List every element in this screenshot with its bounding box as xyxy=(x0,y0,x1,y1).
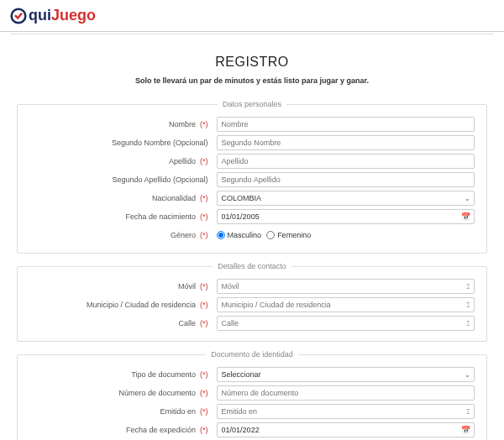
movil-label: Móvil xyxy=(178,282,196,291)
required-mark: (*) xyxy=(200,370,208,379)
required-mark: (*) xyxy=(200,231,208,239)
required-mark: (*) xyxy=(200,282,208,291)
required-mark: (*) xyxy=(200,194,208,202)
logo[interactable]: qui Juego xyxy=(10,7,96,24)
required-mark: (*) xyxy=(200,426,208,434)
required-mark: (*) xyxy=(200,301,208,309)
calle-label: Calle xyxy=(179,319,197,327)
legend-contacto: Detalles de contacto xyxy=(213,262,291,270)
calle-input[interactable] xyxy=(217,316,475,331)
numero-doc-input[interactable] xyxy=(217,385,475,401)
genero-femenino-label: Femenino xyxy=(277,231,311,239)
nacionalidad-label: Nacionalidad xyxy=(152,194,196,202)
legend-documento: Documento de identidad xyxy=(206,350,298,359)
required-mark: (*) xyxy=(200,157,208,165)
required-mark: (*) xyxy=(200,319,208,327)
legend-personal: Datos personales xyxy=(218,100,286,108)
segundo-nombre-input[interactable] xyxy=(217,135,475,150)
movil-input[interactable] xyxy=(217,279,475,294)
emitido-input[interactable] xyxy=(217,404,475,419)
logo-text-juego: Juego xyxy=(51,7,96,24)
fieldset-contacto: Detalles de contacto Móvil (*) 𝙸 Municip… xyxy=(17,262,487,342)
tipo-doc-select[interactable]: Seleccionar xyxy=(217,367,475,382)
genero-masculino-radio[interactable] xyxy=(217,231,225,239)
nombre-input[interactable] xyxy=(217,117,475,132)
divider xyxy=(0,31,504,32)
fecha-nac-label: Fecha de nacimiento xyxy=(126,212,197,221)
segundo-nombre-label: Segundo Nombre (Opcional) xyxy=(112,139,208,147)
nombre-label: Nombre xyxy=(169,120,196,128)
page-subtitle: Solo te llevará un par de minutos y está… xyxy=(17,76,487,85)
numero-doc-label: Número de documento xyxy=(119,389,197,397)
page-title: REGISTRO xyxy=(17,55,487,70)
fecha-exp-label: Fecha de expedición xyxy=(126,426,196,434)
logo-text-aqui: qui xyxy=(29,7,51,24)
emitido-label: Emitido en xyxy=(160,407,197,416)
genero-femenino-radio[interactable] xyxy=(266,231,275,239)
fieldset-documento: Documento de identidad Tipo de documento… xyxy=(17,350,487,440)
nacionalidad-select[interactable]: COLOMBIA xyxy=(217,191,475,206)
required-mark: (*) xyxy=(200,407,208,416)
apellido-label: Apellido xyxy=(169,157,196,165)
header: qui Juego xyxy=(0,0,504,31)
municipio-input[interactable] xyxy=(217,297,475,312)
fieldset-personal: Datos personales Nombre (*) Segundo Nomb… xyxy=(17,100,487,254)
genero-masculino-label: Masculino xyxy=(228,231,262,239)
municipio-label: Municipio / Ciudad de residencia xyxy=(87,301,196,309)
required-mark: (*) xyxy=(200,120,208,128)
required-mark: (*) xyxy=(200,389,208,397)
logo-icon xyxy=(10,8,27,24)
segundo-apellido-label: Segundo Apellido (Opcional) xyxy=(113,175,208,184)
required-mark: (*) xyxy=(200,212,208,221)
genero-label: Género xyxy=(171,231,196,239)
fecha-nac-input[interactable] xyxy=(217,209,475,224)
fecha-exp-input[interactable] xyxy=(217,422,475,437)
apellido-input[interactable] xyxy=(217,154,475,169)
content: REGISTRO Solo te llevará un par de minut… xyxy=(0,34,504,440)
tipo-doc-label: Tipo de documento xyxy=(131,370,196,379)
segundo-apellido-input[interactable] xyxy=(217,172,475,187)
